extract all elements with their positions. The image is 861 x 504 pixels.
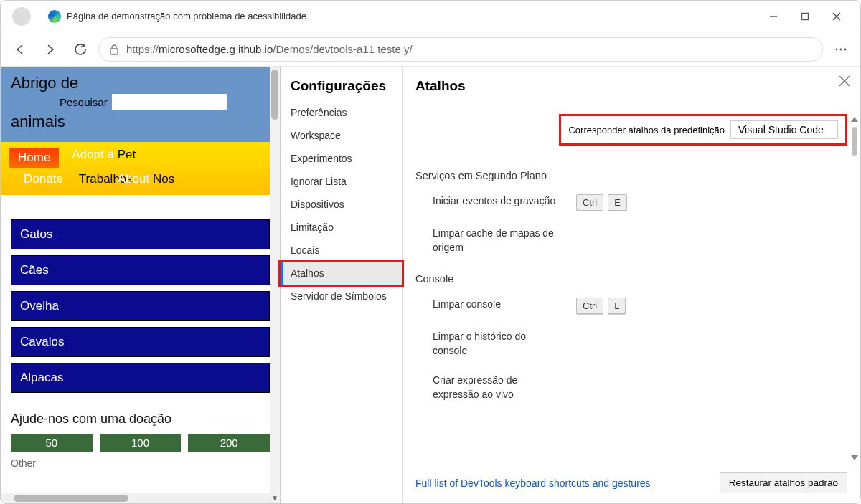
browser-titlebar: Página de demonstração com problema de a… (1, 1, 860, 32)
keycap: L (608, 298, 626, 314)
keycap: E (608, 194, 627, 211)
window-controls (767, 10, 856, 23)
category-item[interactable]: Alpacas (11, 363, 270, 393)
panel-title: Atalhos (415, 78, 847, 94)
devtools-panel: Configurações PreferênciasWorkspaceExper… (281, 67, 860, 503)
scrollbar-thumb[interactable] (271, 70, 278, 120)
url-path: /Demos/devtools-a11 teste y/ (273, 43, 412, 55)
back-button[interactable] (8, 37, 32, 62)
vertical-scrollbar[interactable]: ▼ (270, 67, 280, 503)
horizontal-scrollbar[interactable] (1, 493, 270, 503)
h-scrollbar-thumb[interactable] (14, 495, 128, 502)
shortcut-label: Limpar console (433, 298, 562, 312)
nav-pet[interactable]: Pet (118, 148, 136, 161)
category-list: GatosCãesOvelhaCavalosAlpacas (1, 195, 280, 400)
scroll-down-icon[interactable]: ▼ (270, 494, 280, 502)
address-bar[interactable]: https:// microsoftedge.g ithub.io /Demos… (98, 37, 823, 62)
shortcut-keys: CtrlE (576, 194, 627, 211)
keycap: Ctrl (576, 298, 603, 314)
category-item[interactable]: Cães (11, 255, 270, 285)
restore-defaults-button[interactable]: Restaurar atalhos padrão (720, 472, 847, 493)
donation-amount-button[interactable]: 50 (11, 434, 93, 452)
settings-sidebar-item[interactable]: Locais (281, 239, 402, 262)
edge-icon (48, 10, 61, 23)
page-viewport: Abrigo de Pesquisar animais Home Adopt a… (1, 67, 281, 503)
svg-rect-4 (110, 49, 118, 54)
nav-nos[interactable]: Nos (153, 172, 174, 186)
lock-icon (109, 44, 119, 55)
svg-point-5 (836, 48, 838, 50)
svg-rect-1 (802, 13, 809, 19)
settings-sidebar: Configurações PreferênciasWorkspaceExper… (281, 67, 403, 503)
category-item[interactable]: Ovelha (11, 291, 270, 321)
donation-row: 50100200 (1, 434, 280, 452)
shortcut-row: Criar expressão de expressão ao vivo (415, 371, 847, 414)
category-item[interactable]: Gatos (11, 219, 270, 249)
browser-tab[interactable]: Página de demonstração com problema de a… (38, 4, 316, 29)
url-host: microsoftedge.g ithub.io (159, 43, 273, 55)
maximize-button[interactable] (799, 10, 811, 23)
url-prefix: https:// (126, 43, 159, 55)
preset-value: Visual Studio Code (738, 124, 824, 135)
demo-header: Abrigo de Pesquisar animais (1, 67, 280, 142)
shortcut-label: Iniciar eventos de gravação (433, 194, 562, 209)
nav-about[interactable]: About (118, 172, 149, 186)
more-menu-button[interactable] (829, 37, 853, 62)
demo-nav: Home Adopt a Pet Donate Trabalhos About … (1, 142, 280, 195)
profile-avatar[interactable] (12, 7, 31, 26)
tab-title: Página de demonstração com problema de a… (67, 11, 306, 22)
preset-select[interactable]: Visual Studio Code (730, 120, 838, 139)
devtools-scroll-thumb[interactable] (852, 127, 857, 156)
settings-sidebar-item[interactable]: Servidor de Símbolos (281, 285, 402, 308)
settings-main: Atalhos Corresponder atalhos da predefin… (403, 67, 860, 503)
browser-toolbar: https:// microsoftedge.g ithub.io /Demos… (1, 32, 860, 67)
scroll-down-icon[interactable] (851, 455, 858, 460)
site-title-line1: Abrigo de (11, 74, 270, 92)
donation-heading: Ajude-nos com uma doação (1, 400, 280, 434)
shortcut-row: Iniciar eventos de gravaçãoCtrlE (415, 191, 847, 224)
minimize-button[interactable] (767, 10, 780, 23)
shortcut-row: Limpar consoleCtrlL (415, 295, 847, 327)
nav-donate[interactable]: Donate (24, 172, 63, 186)
settings-sidebar-item[interactable]: Workspace (281, 124, 402, 147)
close-settings-button[interactable] (839, 75, 850, 87)
settings-title: Configurações (281, 78, 402, 101)
scroll-up-icon[interactable] (851, 117, 858, 122)
shortcut-section-title: Serviços em Segundo Plano (415, 170, 847, 181)
settings-sidebar-item[interactable]: Ignorar Lista (281, 170, 402, 193)
shortcut-label: Limpar cache de mapas de origem (433, 227, 562, 255)
forward-button[interactable] (38, 37, 62, 62)
settings-sidebar-item[interactable]: Experimentos (281, 147, 402, 170)
settings-sidebar-item[interactable]: Preferências (281, 101, 402, 124)
donation-amount-button[interactable]: 100 (100, 434, 182, 452)
other-label: Other (1, 452, 280, 475)
category-item[interactable]: Cavalos (11, 327, 270, 357)
shortcuts-doc-link[interactable]: Full list of DevTools keyboard shortcuts… (415, 477, 651, 489)
shortcut-keys: CtrlL (576, 298, 626, 314)
donation-amount-button[interactable]: 200 (188, 434, 270, 452)
settings-sidebar-item[interactable]: Limitação (281, 216, 402, 239)
shortcut-label: Limpar o histórico do console (433, 330, 562, 358)
keycap: Ctrl (576, 194, 603, 211)
search-input[interactable] (112, 94, 227, 110)
shortcut-row: Limpar o histórico do console (415, 327, 847, 371)
preset-row: Corresponder atalhos da predefinição Vis… (559, 114, 847, 146)
shortcut-row: Limpar cache de mapas de origem (415, 224, 847, 267)
svg-point-6 (840, 48, 842, 50)
preset-label: Corresponder atalhos da predefinição (568, 125, 725, 135)
shortcut-section-title: Console (415, 273, 847, 285)
svg-point-7 (844, 48, 847, 50)
shortcut-label: Criar expressão de expressão ao vivo (433, 374, 562, 401)
nav-home[interactable]: Home (9, 148, 59, 168)
settings-sidebar-item[interactable]: Atalhos (281, 262, 402, 285)
search-label: Pesquisar (60, 96, 108, 108)
close-button[interactable] (830, 10, 843, 23)
settings-footer: Full list of DevTools keyboard shortcuts… (415, 465, 847, 503)
nav-adopt[interactable]: Adopt a (72, 148, 114, 161)
settings-sidebar-item[interactable]: Dispositivos (281, 193, 402, 216)
devtools-scrollbar[interactable] (850, 117, 859, 460)
site-title-line2: animais (11, 113, 270, 131)
refresh-button[interactable] (68, 37, 93, 62)
